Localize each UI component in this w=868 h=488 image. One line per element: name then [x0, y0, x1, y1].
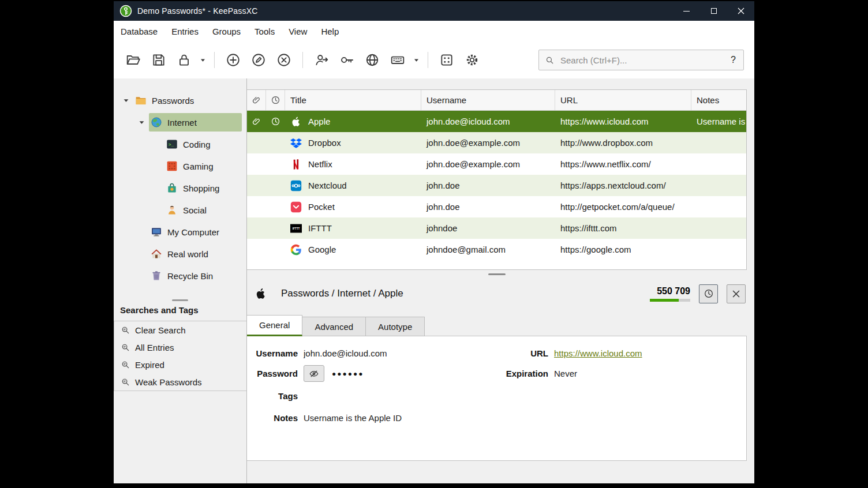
entry-row-netflix[interactable]: Netflixjohn.doe@example.comhttps://www.n…	[247, 153, 746, 175]
sidebar-splitter-handle[interactable]	[172, 299, 188, 301]
expires-cell	[266, 196, 285, 217]
group-row-body[interactable]: Gaming	[164, 157, 242, 175]
edit-entry-button[interactable]	[246, 47, 271, 73]
saved-search-clear-search[interactable]: Clear Search	[114, 321, 246, 339]
entry-row-nextcloud[interactable]: Nextcloudjohn.doehttps://apps.nextcloud.…	[247, 175, 746, 196]
sidebar-splitter[interactable]	[114, 297, 246, 303]
group-coding[interactable]: >_Coding	[114, 133, 246, 155]
group-row-body[interactable]: My Computer	[149, 223, 242, 241]
group-social[interactable]: Social	[114, 199, 246, 221]
open-database-button[interactable]	[121, 47, 146, 73]
column-expires[interactable]	[266, 90, 285, 110]
autotype-caret[interactable]	[410, 47, 422, 73]
dropbox-icon	[290, 137, 302, 149]
settings-button[interactable]	[459, 47, 485, 73]
search-input[interactable]	[559, 55, 729, 66]
expiration-value: Never	[554, 369, 746, 378]
group-real-world[interactable]: Real world	[114, 243, 246, 265]
entry-row-apple[interactable]: Applejohn.doe@icloud.comhttps://www.iclo…	[247, 111, 746, 132]
tab-autotype[interactable]: Autotype	[366, 317, 425, 336]
menu-tools[interactable]: Tools	[248, 21, 282, 42]
group-row-body[interactable]: Real world	[149, 245, 242, 263]
splitter-handle[interactable]	[488, 273, 506, 275]
tab-advanced[interactable]: Advanced	[302, 317, 366, 336]
toolbar-buttons	[121, 47, 485, 73]
entry-row-google[interactable]: Googlejohndoe@gmail.comhttps://google.co…	[247, 239, 746, 260]
entry-row-pocket[interactable]: Pocketjohn.doehttp://getpocket.com/a/que…	[247, 196, 746, 217]
password-label: Password	[247, 369, 298, 378]
menu-help[interactable]: Help	[314, 21, 346, 42]
column-url[interactable]: URL	[555, 90, 691, 110]
table-detail-splitter[interactable]	[247, 270, 747, 278]
lock-database-button[interactable]	[171, 47, 197, 73]
search-box[interactable]: ?	[538, 50, 744, 70]
group-row-body[interactable]: Internet	[149, 113, 242, 132]
tab-general[interactable]: General	[247, 315, 302, 336]
close-button[interactable]	[727, 1, 754, 21]
saved-search-icon	[121, 325, 130, 335]
column-username[interactable]: Username	[421, 90, 555, 110]
entry-preview-panel: Passwords / Internet / Apple 550 709	[247, 278, 747, 483]
column-title[interactable]: Title	[285, 90, 421, 110]
toolbar: ?	[114, 42, 754, 78]
copy-url-button[interactable]	[360, 47, 385, 73]
titlebar[interactable]: Demo Passwords* - KeePassXC	[114, 1, 754, 21]
menu-view[interactable]: View	[282, 21, 314, 42]
menu-database[interactable]: Database	[114, 21, 164, 42]
group-row-body[interactable]: Social	[164, 201, 242, 219]
home-icon	[151, 248, 162, 260]
column-attachment[interactable]	[247, 90, 266, 110]
expand-arrow-icon[interactable]	[134, 119, 149, 126]
delete-entry-button[interactable]	[271, 47, 297, 73]
coding-icon: >_	[166, 138, 178, 150]
saved-search-weak-passwords[interactable]: Weak Passwords	[114, 373, 246, 391]
group-label: Internet	[167, 118, 197, 127]
maximize-button[interactable]	[700, 1, 727, 21]
copy-password-button[interactable]	[334, 47, 360, 73]
url-label: URL	[495, 348, 548, 358]
group-row-body[interactable]: Shopping	[164, 179, 242, 197]
group-tree: PasswordsInternet>_CodingGamingShoppingS…	[114, 89, 246, 287]
copy-username-button[interactable]	[309, 47, 334, 73]
keepassxc-logo-icon	[119, 5, 132, 17]
expires-cell	[266, 111, 285, 132]
saved-search-all-entries[interactable]: All Entries	[114, 339, 246, 356]
preview-header-right: 550 709	[650, 284, 747, 303]
url-link[interactable]: https://www.icloud.com	[554, 348, 746, 358]
lock-database-caret[interactable]	[197, 47, 208, 73]
copy-password-icon	[339, 52, 354, 67]
group-recycle-bin[interactable]: Recycle Bin	[114, 265, 246, 287]
close-preview-button[interactable]	[727, 284, 746, 303]
group-gaming[interactable]: Gaming	[114, 155, 246, 177]
caret-down-icon	[413, 57, 420, 63]
toggle-password-button[interactable]	[304, 365, 324, 382]
search-help-button[interactable]: ?	[729, 55, 738, 65]
autotype-button[interactable]	[385, 47, 410, 73]
saved-search-expired[interactable]: Expired	[114, 356, 246, 373]
entry-row-ifttt[interactable]: IFTTTIFTTTjohndoehttps://ifttt.com	[247, 217, 746, 239]
gear-icon	[465, 52, 480, 67]
group-passwords[interactable]: Passwords	[114, 89, 246, 111]
entry-title: Pocket	[308, 202, 335, 212]
toolbar-separator	[302, 52, 303, 68]
keepassxc-window: Demo Passwords* - KeePassXC DatabaseEntr…	[114, 1, 754, 483]
group-row-body[interactable]: >_Coding	[164, 135, 242, 153]
column-notes[interactable]: Notes	[691, 90, 746, 110]
group-row-body[interactable]: Passwords	[133, 91, 242, 110]
group-row-body[interactable]: Recycle Bin	[149, 266, 242, 285]
group-shopping[interactable]: Shopping	[114, 177, 246, 199]
password-generator-button[interactable]	[434, 47, 459, 73]
username-cell: john.doe@example.com	[421, 132, 555, 153]
group-internet[interactable]: Internet	[114, 111, 246, 133]
minimize-button[interactable]	[673, 1, 700, 21]
expand-arrow-icon[interactable]	[118, 97, 133, 104]
totp-button[interactable]	[699, 284, 718, 303]
menu-groups[interactable]: Groups	[205, 21, 248, 42]
new-entry-button[interactable]	[220, 47, 246, 73]
save-database-button[interactable]	[146, 47, 171, 73]
menu-entries[interactable]: Entries	[164, 21, 205, 42]
group-my-computer[interactable]: My Computer	[114, 221, 246, 243]
entry-row-dropbox[interactable]: Dropboxjohn.doe@example.comhttp://www.dr…	[247, 132, 746, 153]
eye-off-icon	[309, 369, 319, 379]
notes-cell	[691, 153, 746, 175]
